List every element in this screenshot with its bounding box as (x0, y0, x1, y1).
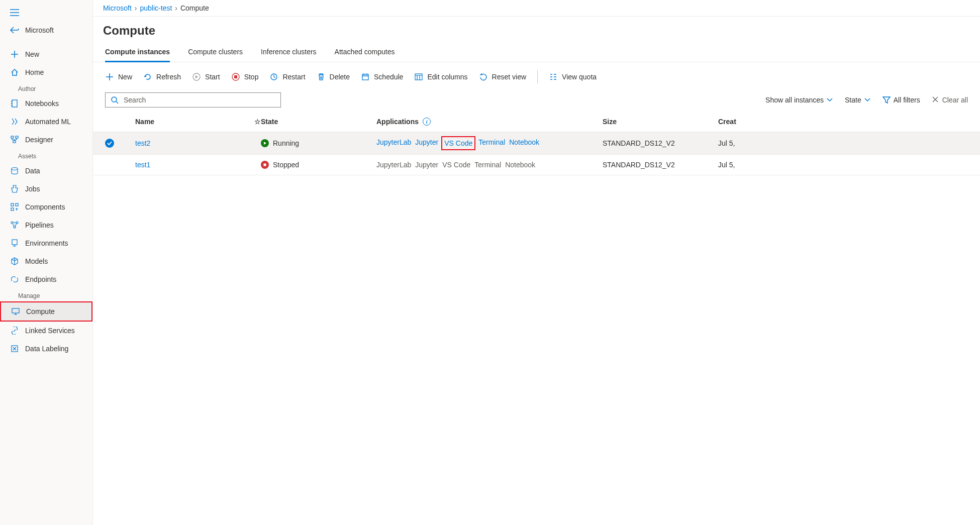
sidebar-item-label: Pipelines (25, 221, 54, 229)
toolbar-label: Restart (282, 73, 305, 81)
toolbar-label: Reset view (492, 73, 526, 81)
sidebar-item-label: Automated ML (25, 118, 71, 126)
sidebar-item-models[interactable]: Models (0, 252, 92, 270)
column-header-state[interactable]: State (261, 118, 376, 126)
breadcrumb-link[interactable]: public-test (140, 4, 172, 12)
state-text: Running (273, 139, 299, 147)
filter-all-filters[interactable]: All filters (883, 96, 920, 104)
column-header-created[interactable]: Creat (718, 118, 968, 126)
size-text: STANDARD_DS12_V2 (603, 139, 718, 147)
endpoints-icon (10, 275, 19, 284)
compute-icon (11, 307, 20, 316)
app-link-jupyter[interactable]: Jupyter (415, 138, 438, 148)
filter-show-all[interactable]: Show all instances (765, 96, 833, 104)
toolbar-edit-columns[interactable]: Edit columns (414, 72, 467, 81)
app-link-notebook: Notebook (505, 161, 535, 169)
filter-clear-all[interactable]: Clear all (932, 96, 968, 104)
instance-name-link[interactable]: test1 (135, 161, 150, 169)
sidebar-item-data[interactable]: Data (0, 162, 92, 180)
toolbar-start[interactable]: Start (192, 72, 220, 81)
column-header-name[interactable]: Name (135, 118, 154, 126)
instance-name-link[interactable]: test2 (135, 139, 150, 147)
sidebar-item-automl[interactable]: Automated ML (0, 113, 92, 131)
svg-point-9 (16, 222, 18, 224)
app-link-jupyterlab[interactable]: JupyterLab (376, 138, 411, 148)
sidebar-item-designer[interactable]: Designer (0, 131, 92, 149)
app-link-notebook[interactable]: Notebook (509, 138, 539, 148)
toolbar-new[interactable]: New (105, 72, 132, 81)
toolbar: New Refresh Start Stop Restart Delete Sc… (93, 62, 980, 88)
checkmark-icon[interactable] (105, 139, 114, 148)
app-link-vs-code[interactable]: VS Code (441, 136, 475, 150)
tab-compute-instances[interactable]: Compute instances (105, 44, 170, 62)
sidebar-item-pipelines[interactable]: Pipelines (0, 216, 92, 234)
sidebar-item-label: Data (25, 167, 40, 175)
sidebar-item-label: Designer (25, 136, 53, 144)
table-row[interactable]: test2RunningJupyterLabJupyterVS CodeTerm… (93, 132, 980, 155)
designer-icon (10, 135, 19, 144)
sidebar-item-jobs[interactable]: Jobs (0, 180, 92, 198)
table-row[interactable]: test1StoppedJupyterLabJupyterVS CodeTerm… (93, 155, 980, 175)
column-header-size[interactable]: Size (603, 118, 718, 126)
toolbar-refresh[interactable]: Refresh (143, 72, 181, 81)
filter-state[interactable]: State (845, 96, 870, 104)
toolbar-reset-view[interactable]: Reset view (479, 72, 526, 81)
breadcrumb-current: Compute (180, 4, 209, 12)
components-icon (10, 202, 19, 212)
svg-point-4 (12, 168, 18, 170)
reset-icon (479, 72, 488, 81)
hamburger-menu[interactable] (0, 4, 92, 21)
toolbar-delete[interactable]: Delete (317, 72, 350, 81)
filter-label: Clear all (942, 96, 968, 104)
notebook-icon (10, 99, 19, 108)
search-input[interactable]: Search (105, 92, 281, 108)
toolbar-label: Refresh (156, 73, 181, 81)
delete-icon (317, 72, 326, 81)
svg-rect-0 (12, 100, 17, 107)
main-content: Microsoft › public-test › Compute Comput… (93, 0, 980, 525)
sidebar-item-new[interactable]: New (0, 45, 92, 63)
info-icon[interactable]: i (423, 118, 431, 126)
app-link-terminal[interactable]: Terminal (478, 138, 505, 148)
sidebar-item-label: Endpoints (25, 275, 56, 283)
toolbar-restart[interactable]: Restart (269, 72, 305, 81)
sidebar-item-environments[interactable]: Environments (0, 234, 92, 252)
sidebar-item-notebooks[interactable]: Notebooks (0, 94, 92, 113)
breadcrumb-link[interactable]: Microsoft (103, 4, 132, 12)
restart-icon (269, 72, 278, 81)
models-icon (10, 257, 19, 266)
toolbar-stop[interactable]: Stop (231, 72, 259, 81)
sidebar-item-compute[interactable]: Compute (0, 301, 92, 322)
toolbar-label: Edit columns (427, 73, 467, 81)
toolbar-schedule[interactable]: Schedule (361, 72, 403, 81)
svg-rect-7 (11, 208, 14, 211)
sidebar-item-data-labeling[interactable]: Data Labeling (0, 340, 92, 358)
back-workspace[interactable]: Microsoft (0, 21, 92, 39)
section-assets: Assets (0, 149, 92, 162)
table-header: Name ☆ State Applications i Size Creat (93, 112, 980, 132)
tab-inference-clusters[interactable]: Inference clusters (261, 44, 317, 62)
sidebar-item-components[interactable]: Components (0, 198, 92, 216)
sidebar-item-label: Data Labeling (25, 345, 68, 353)
sidebar-item-home[interactable]: Home (0, 63, 92, 81)
star-icon[interactable]: ☆ (254, 118, 261, 126)
svg-point-8 (11, 222, 13, 224)
schedule-icon (361, 72, 370, 81)
sidebar-item-endpoints[interactable]: Endpoints (0, 270, 92, 288)
tab-compute-clusters[interactable]: Compute clusters (188, 44, 243, 62)
app-link-terminal: Terminal (474, 161, 501, 169)
sidebar-item-label: New (25, 50, 39, 58)
column-header-applications[interactable]: Applications (376, 118, 419, 126)
toolbar-separator (537, 70, 538, 83)
tab-attached-computes[interactable]: Attached computes (335, 44, 395, 62)
sidebar-item-linked-services[interactable]: Linked Services (0, 322, 92, 340)
toolbar-label: New (118, 73, 132, 81)
toolbar-view-quota[interactable]: View quota (549, 72, 597, 81)
back-label: Microsoft (25, 26, 54, 34)
automl-icon (10, 117, 19, 126)
sidebar-item-label: Models (25, 257, 48, 265)
app-link-jupyter: Jupyter (415, 161, 438, 169)
svg-rect-12 (12, 308, 19, 313)
section-author: Author (0, 81, 92, 94)
section-manage: Manage (0, 288, 92, 301)
